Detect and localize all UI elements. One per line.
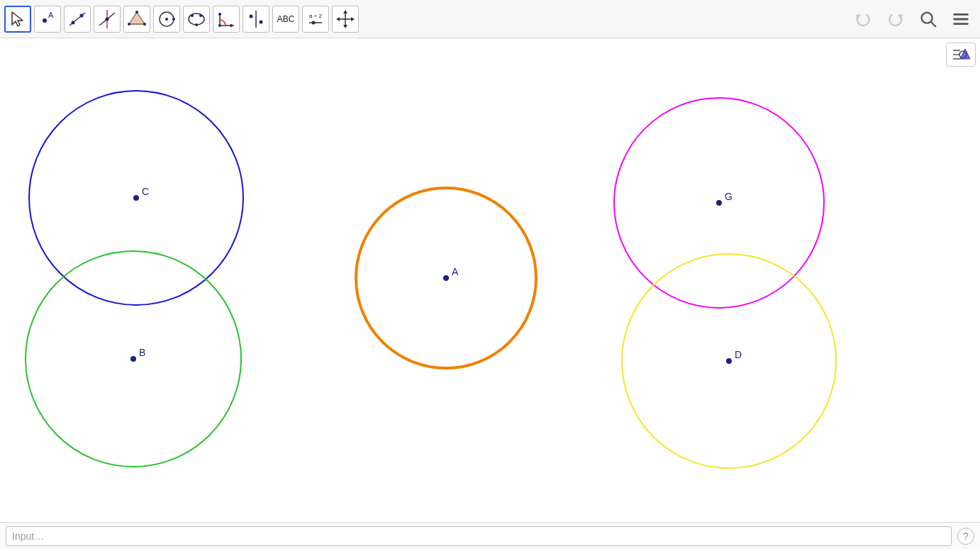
svg-point-9 (135, 11, 138, 13)
svg-point-11 (128, 23, 130, 26)
menu-button[interactable] (947, 6, 974, 33)
tool-group: A ABC (4, 6, 359, 33)
svg-text:a = 2: a = 2 (309, 13, 323, 19)
tool-move[interactable] (4, 6, 31, 33)
svg-marker-32 (343, 25, 347, 28)
point-label-D: D (735, 349, 742, 360)
tool-transform[interactable] (243, 6, 269, 33)
toolbar: A ABC (0, 0, 980, 38)
svg-marker-8 (129, 12, 145, 24)
svg-point-19 (218, 24, 221, 27)
svg-point-3 (72, 21, 75, 24)
input-bar: ? (0, 522, 980, 549)
point-label-B: B (139, 347, 145, 358)
tool-polygon[interactable] (123, 6, 150, 33)
tool-line[interactable] (64, 6, 91, 33)
svg-point-16 (191, 14, 194, 17)
search-button[interactable] (915, 6, 942, 33)
svg-point-10 (143, 23, 146, 26)
redo-button[interactable] (882, 6, 909, 33)
svg-point-4 (80, 13, 84, 17)
svg-line-38 (931, 21, 936, 26)
svg-point-20 (218, 13, 221, 16)
svg-point-18 (195, 23, 198, 26)
undo-button[interactable] (850, 6, 876, 33)
svg-text:ABC: ABC (277, 14, 295, 24)
point-label-C: C (142, 186, 149, 197)
tool-conic[interactable] (183, 6, 210, 33)
point-label-A: A (452, 266, 459, 277)
app-root: A ABC (0, 0, 980, 549)
svg-point-28 (312, 21, 316, 24)
command-input[interactable] (6, 526, 952, 546)
svg-point-13 (165, 18, 168, 21)
tool-angle[interactable] (213, 6, 240, 33)
svg-text:A: A (48, 11, 54, 19)
point-A[interactable] (443, 275, 449, 281)
tool-slider[interactable]: a = 2 (302, 6, 329, 33)
point-G[interactable] (716, 200, 722, 206)
svg-point-14 (172, 18, 175, 21)
tool-perpendicular[interactable] (94, 6, 121, 33)
tool-move-canvas[interactable] (332, 6, 359, 33)
tool-circle[interactable] (153, 6, 180, 33)
toolbar-right (850, 0, 974, 38)
svg-point-23 (250, 14, 253, 18)
graphics-view[interactable]: CBAGD (0, 38, 980, 522)
point-label-G: G (725, 191, 733, 202)
svg-point-0 (43, 18, 47, 23)
svg-marker-34 (351, 17, 355, 21)
tool-point[interactable]: A (34, 6, 61, 33)
svg-point-17 (199, 14, 202, 17)
svg-marker-31 (343, 10, 347, 13)
svg-point-7 (106, 17, 109, 21)
tool-text[interactable]: ABC (272, 6, 299, 33)
style-bar-toggle[interactable] (946, 43, 976, 67)
point-B[interactable] (130, 356, 136, 362)
canvas-svg[interactable]: CBAGD (0, 38, 980, 522)
help-button[interactable]: ? (957, 528, 974, 545)
point-D[interactable] (726, 358, 732, 364)
point-C[interactable] (133, 195, 139, 201)
svg-point-21 (230, 24, 233, 27)
svg-point-24 (260, 20, 263, 23)
svg-marker-33 (336, 17, 340, 21)
